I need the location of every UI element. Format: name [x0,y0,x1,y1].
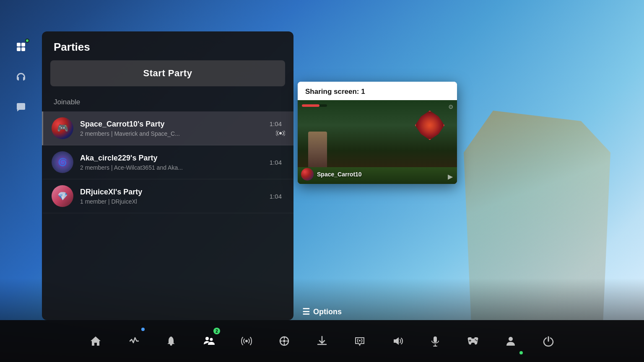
activity-icon[interactable] [114,320,152,362]
party-avatar-3: 💎 [52,185,73,207]
sidebar-icon-party[interactable] [12,38,30,56]
hp-fill [302,104,319,107]
party-info-1: Space_Carrot10's Party 2 members | Maver… [80,120,270,137]
svg-rect-2 [17,47,21,51]
notification-dot [141,328,145,331]
party-members-1: 2 members | Maverick and Space_C... [80,130,270,137]
sharing-header: Sharing screen: 1 [298,82,457,100]
sidebar [0,0,42,320]
options-bar: ☰ Options [0,307,644,319]
download-icon[interactable] [303,320,341,362]
party-live-1 [276,130,285,137]
sharing-arrow-icon: ▶ [448,173,453,181]
party-members-2: 2 members | Ace-Wilcat3651 and Aka... [80,164,270,171]
svg-rect-3 [21,47,25,51]
svg-point-4 [279,132,282,134]
svg-point-22 [509,337,513,341]
hp-bar [302,104,327,107]
main-panel: Parties Start Party Joinable Space_Carro… [42,31,293,320]
profile-online-dot [519,351,523,354]
svg-point-9 [283,340,286,342]
party-item-1[interactable]: Space_Carrot10's Party 2 members | Maver… [42,111,293,145]
party-info-3: DRjuiceXl's Party 1 member | DRjuiceXl [80,188,270,205]
svg-rect-15 [434,336,437,342]
friends-badge: 2 [213,328,220,334]
sharing-preview: ⚙ Space_Carrot10 ▶ [298,100,457,184]
profile-icon[interactable] [492,320,530,362]
svg-rect-0 [17,43,21,47]
party-name-3: DRjuiceXl's Party [80,188,270,197]
home-icon[interactable] [77,320,114,362]
friends-icon[interactable]: 2 [190,320,228,362]
party-time-1: 1:04 [270,120,282,127]
sharing-user-info: Space_Carrot10 [301,168,362,181]
power-icon[interactable] [530,320,567,362]
enemy-glow [417,113,442,138]
game-character [308,132,327,169]
sidebar-icon-headset[interactable] [12,68,30,86]
sharing-user-avatar [301,168,314,181]
mic-icon[interactable] [416,320,454,362]
party-avatar-2: 🌀 [52,151,73,173]
svg-point-5 [205,337,209,340]
svg-point-14 [359,340,361,341]
sharing-popup[interactable]: Sharing screen: 1 ⚙ Space_Carrot10 ▶ [298,82,457,184]
bell-icon[interactable] [152,320,190,362]
party-item-3[interactable]: 💎 DRjuiceXl's Party 1 member | DRjuiceXl… [42,179,293,213]
party-name-2: Aka_circle229's Party [80,154,270,163]
party-item-2[interactable]: 🌀 Aka_circle229's Party 2 members | Ace-… [42,145,293,179]
sidebar-icon-chat[interactable] [12,98,30,116]
options-label[interactable]: ☰ Options [302,307,342,317]
svg-point-20 [475,339,476,341]
online-dot [25,39,29,43]
party-members-3: 1 member | DRjuiceXl [80,198,270,205]
volume-icon[interactable] [379,320,416,362]
controller-icon[interactable] [454,320,492,362]
svg-point-21 [476,340,478,341]
svg-rect-1 [21,43,25,47]
panel-title: Parties [42,31,293,60]
svg-point-7 [245,340,248,342]
broadcast-icon[interactable] [341,320,379,362]
options-icon: ☰ [302,307,310,317]
radio-icon[interactable] [228,320,265,362]
sharing-username: Space_Carrot10 [317,171,362,178]
wheel-icon[interactable] [265,320,303,362]
game-settings-icon: ⚙ [448,103,454,110]
svg-point-6 [210,338,213,341]
party-info-2: Aka_circle229's Party 2 members | Ace-Wi… [80,154,270,171]
options-text: Options [313,308,342,316]
svg-rect-19 [469,340,471,341]
joinable-label: Joinable [42,95,293,111]
start-party-button[interactable]: Start Party [50,60,285,86]
bottom-bar: 2 [0,320,644,362]
party-name-1: Space_Carrot10's Party [80,120,270,129]
party-time-2: 1:04 [270,159,282,166]
party-time-3: 1:04 [270,193,282,200]
party-avatar-1 [52,117,73,139]
party-list: Space_Carrot10's Party 2 members | Maver… [42,111,293,320]
